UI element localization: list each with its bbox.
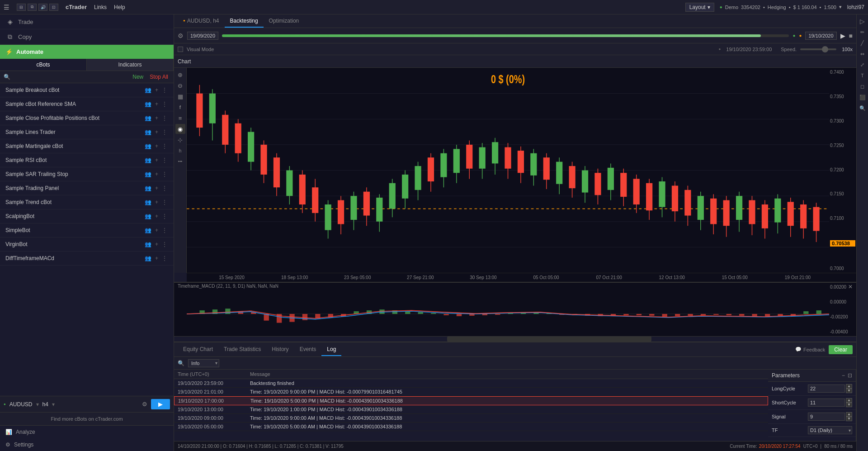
new-button[interactable]: New <box>131 73 145 81</box>
right-tool-expand[interactable]: ⇔ <box>858 49 868 59</box>
add-icon[interactable]: + <box>154 100 159 108</box>
stop-all-button[interactable]: Stop All <box>148 73 170 81</box>
people-icon[interactable]: 👥 <box>144 255 152 262</box>
tab-log[interactable]: Log <box>321 343 341 356</box>
visual-mode-checkbox[interactable] <box>178 47 183 52</box>
sidebar-item-trade[interactable]: ◈ Trade <box>0 14 174 29</box>
right-tool-purple[interactable]: ⬛ <box>858 92 868 102</box>
people-icon[interactable]: 👥 <box>144 86 152 94</box>
add-icon[interactable]: + <box>154 241 159 248</box>
param-longcycle-up[interactable]: ▲ <box>846 384 852 389</box>
backtesting-gear-icon[interactable]: ⚙ <box>178 32 184 39</box>
macd-close-button[interactable]: ✕ <box>848 284 853 290</box>
start-date-select[interactable]: 19/09/2020 <box>187 32 218 40</box>
list-item[interactable]: DiffTimeframeMACd 👥 + ⋮ <box>0 252 174 266</box>
more-icon[interactable]: ⋮ <box>161 185 168 192</box>
sound-btn[interactable]: 🔊 <box>38 4 47 11</box>
people-icon[interactable]: 👥 <box>144 241 152 248</box>
param-shortcycle-down[interactable]: ▼ <box>846 403 852 407</box>
list-item[interactable]: SimpleBot 👥 + ⋮ <box>0 223 174 237</box>
feedback-button[interactable]: 💬 Feedback <box>795 347 825 352</box>
people-icon[interactable]: 👥 <box>144 199 152 206</box>
cursor-button[interactable]: ⊹ <box>175 135 185 145</box>
list-item[interactable]: ScalpingBot 👥 + ⋮ <box>0 209 174 223</box>
people-icon[interactable]: 👥 <box>144 114 152 122</box>
list-item[interactable]: Sample RSI cBot 👥 + ⋮ <box>0 153 174 167</box>
people-icon[interactable]: 👥 <box>144 157 152 164</box>
log-filter-select[interactable]: Info Warning Error Debug <box>188 359 219 367</box>
log-filter-dropdown[interactable]: Info Warning Error Debug ▾ <box>188 359 219 367</box>
add-icon[interactable]: + <box>154 86 159 94</box>
bar-chart-button[interactable]: ▦ <box>175 91 185 101</box>
list-item[interactable]: Sample Trading Panel 👥 + ⋮ <box>0 181 174 195</box>
right-tool-arrow[interactable]: ▷ <box>858 16 868 26</box>
people-icon[interactable]: 👥 <box>144 213 152 220</box>
sidebar-item-copy[interactable]: ⧉ Copy <box>0 29 174 45</box>
zoom-out-button[interactable]: ⊖ <box>175 81 185 90</box>
tab-trade-statistics[interactable]: Trade Statistics <box>218 343 266 356</box>
list-item[interactable]: Sample Martingale cBot 👥 + ⋮ <box>0 139 174 153</box>
right-tool-pencil[interactable]: ✏ <box>858 27 868 37</box>
stop-control-button[interactable]: ■ <box>849 32 853 39</box>
more-icon[interactable]: ⋮ <box>161 213 168 220</box>
tab-history[interactable]: History <box>266 343 294 356</box>
tab-audusd[interactable]: ● AUDUSD, h4 <box>178 15 225 28</box>
more-icon[interactable]: ⋮ <box>161 227 168 234</box>
more-icon[interactable]: ⋮ <box>161 114 168 122</box>
tab-optimization[interactable]: Optimization <box>264 15 305 28</box>
param-signal-up[interactable]: ▲ <box>846 412 852 417</box>
add-icon[interactable]: + <box>154 142 159 150</box>
people-icon[interactable]: 👥 <box>144 100 152 108</box>
right-tool-text[interactable]: T <box>858 71 868 81</box>
tab-events[interactable]: Events <box>294 343 322 356</box>
play-button[interactable]: ▶ <box>151 399 170 409</box>
tab-equity-chart[interactable]: Equity Chart <box>178 343 218 356</box>
list-item[interactable]: Sample Breakout cBot 👥 + ⋮ <box>0 83 174 97</box>
speed-slider[interactable] <box>800 48 836 50</box>
list-item[interactable]: Sample cBot Reference SMA 👥 + ⋮ <box>0 97 174 111</box>
layout-button[interactable]: Layout ▾ <box>685 3 714 12</box>
more-icon[interactable]: ⋮ <box>161 142 168 150</box>
eye-button[interactable]: ◉ <box>175 124 185 134</box>
param-shortcycle-up[interactable]: ▲ <box>846 398 852 403</box>
people-icon[interactable]: 👥 <box>144 185 152 192</box>
tab-backtesting[interactable]: Backtesting <box>225 15 264 28</box>
list-item[interactable]: Sample Close Profitable Positions cBot 👥… <box>0 111 174 125</box>
more-icon[interactable]: ⋮ <box>161 128 168 136</box>
more-icon[interactable]: ⋮ <box>161 199 168 206</box>
settings-gear-button[interactable]: ⚙ <box>142 401 147 408</box>
more-tools-button[interactable]: ••• <box>175 157 185 166</box>
layers-button[interactable]: ≡ <box>175 113 185 123</box>
nav-help-item[interactable]: Help <box>114 4 125 10</box>
find-more-link[interactable]: Find more cBots on cTrader.com <box>0 412 174 425</box>
add-icon[interactable]: + <box>154 171 159 178</box>
more-icon[interactable]: ⋮ <box>161 241 168 248</box>
right-tool-search[interactable]: 🔍 <box>858 103 868 113</box>
add-icon[interactable]: + <box>154 128 159 136</box>
more-icon[interactable]: ⋮ <box>161 86 168 94</box>
add-icon[interactable]: + <box>154 185 159 192</box>
right-tool-measure[interactable]: ◻ <box>858 81 868 91</box>
facebook-button[interactable]: f <box>175 102 185 112</box>
add-icon[interactable]: + <box>154 157 159 164</box>
people-icon[interactable]: 👥 <box>144 171 152 178</box>
add-icon[interactable]: + <box>154 199 159 206</box>
hamburger-icon[interactable]: ☰ <box>4 4 9 11</box>
people-icon[interactable]: 👥 <box>144 142 152 150</box>
clear-button[interactable]: Clear <box>829 345 853 354</box>
fullscreen-btn[interactable]: ⊡ <box>49 4 58 11</box>
people-icon[interactable]: 👥 <box>144 227 152 234</box>
scrollbar-thumb[interactable] <box>447 337 652 342</box>
zoom-in-button[interactable]: ⊕ <box>175 70 185 80</box>
params-minimize-button[interactable]: − <box>842 372 845 379</box>
tab-indicators[interactable]: Indicators <box>87 59 174 71</box>
end-date-select[interactable]: 19/10/2020 <box>805 32 836 40</box>
param-signal-down[interactable]: ▼ <box>846 417 852 421</box>
add-icon[interactable]: + <box>154 114 159 122</box>
more-icon[interactable]: ⋮ <box>161 157 168 164</box>
more-icon[interactable]: ⋮ <box>161 255 168 262</box>
list-item[interactable]: VirginBot 👥 + ⋮ <box>0 237 174 252</box>
nav-links-item[interactable]: Links <box>94 4 107 10</box>
tab-cbots[interactable]: cBots <box>0 59 87 71</box>
play-control-button[interactable]: ▶ <box>840 32 845 39</box>
